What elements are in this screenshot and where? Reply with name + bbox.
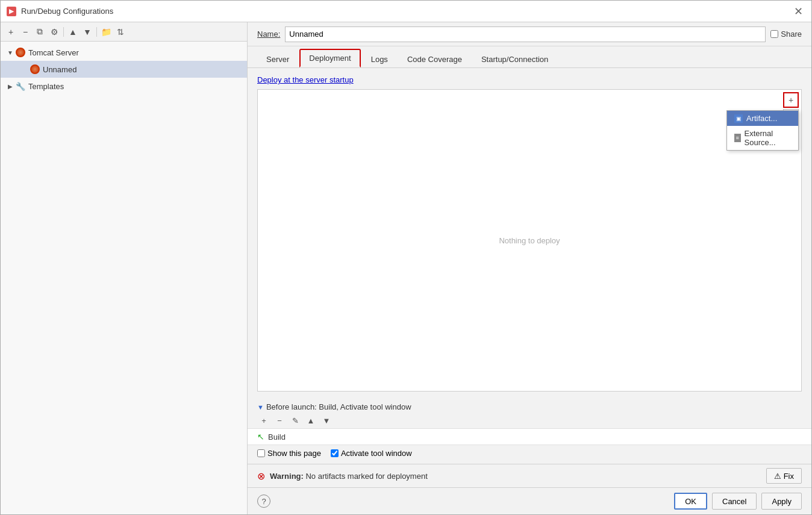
share-label: Share [781,30,802,39]
fix-button[interactable]: ⚠ Fix [766,468,802,484]
share-checkbox-area: Share [770,30,802,39]
remove-config-button[interactable]: − [19,25,32,39]
artifact-label: Artifact... [746,114,777,123]
tab-logs[interactable]: Logs [362,51,397,67]
dialog-icon: ▶ [7,7,16,16]
folder-button[interactable]: 📁 [99,25,113,39]
artifact-icon: ▣ [734,114,743,123]
left-panel: + − ⧉ ⚙ ▲ ▼ 📁 ⇅ ▼ Tomcat Serve [1,22,248,514]
add-artifact-button[interactable]: + [783,92,799,108]
deploy-controls: + ▣ Artifact... ≡ External Source... [781,90,801,144]
apply-button[interactable]: Apply [761,493,802,510]
warning-text: Warning: No artifacts marked for deploym… [270,472,761,481]
external-icon: ≡ [734,134,741,142]
tree-toggle-templates[interactable]: ▶ [5,81,15,91]
show-page-label: Show this page [267,449,321,458]
bl-remove-button[interactable]: − [273,414,286,427]
tree-toggle-tomcat[interactable]: ▼ [5,48,15,57]
content-area: Deploy at the server startup Nothing to … [248,68,811,399]
toolbar-separator-2 [96,27,97,37]
show-page-checkbox-label: Show this page [257,449,321,458]
build-arrow-icon: ↖ [257,432,264,442]
warning-icon: ⊗ [257,470,265,482]
dropdown-artifact-item[interactable]: ▣ Artifact... [727,111,798,126]
dialog-title: Run/Debug Configurations [21,7,792,16]
bl-add-button[interactable]: + [257,414,270,427]
artifact-dropdown: ▣ Artifact... ≡ External Source... [726,110,799,151]
sort-button[interactable]: ⇅ [114,25,127,39]
move-down-button[interactable]: ▼ [81,25,94,39]
tabs-row: Server Deployment Logs Code Coverage Sta… [248,46,811,68]
tomcat-server-label: Tomcat Server [28,48,79,57]
before-launch-toolbar: + − ✎ ▲ ▼ [248,413,811,428]
name-input[interactable] [285,27,766,42]
before-launch-text: Before launch: Build, Activate tool wind… [266,402,411,411]
tree-item-tomcat-server[interactable]: ▼ Tomcat Server [1,44,247,61]
bottom-checkboxes: Show this page Activate tool window [248,445,811,461]
run-debug-dialog: ▶ Run/Debug Configurations ✕ + − ⧉ ⚙ ▲ ▼… [0,0,812,515]
warning-bar: ⊗ Warning: No artifacts marked for deplo… [248,464,811,487]
main-content: + − ⧉ ⚙ ▲ ▼ 📁 ⇅ ▼ Tomcat Serve [1,22,811,514]
tab-code-coverage[interactable]: Code Coverage [398,51,471,67]
fix-label: Fix [784,472,794,481]
deploy-placeholder: Nothing to deploy [499,236,560,245]
build-label: Build [268,432,286,442]
before-launch-section: ▼ Before launch: Build, Activate tool wi… [248,399,811,464]
name-label: Name: [257,30,280,39]
external-label: External Source... [745,129,792,147]
bl-up-button[interactable]: ▲ [304,414,317,427]
name-row: Name: Share [248,22,811,46]
bl-edit-button[interactable]: ✎ [289,414,302,427]
add-config-button[interactable]: + [4,25,17,39]
activate-tool-window-label: Activate tool window [341,449,412,458]
toolbar-separator-1 [63,27,64,37]
share-checkbox[interactable] [770,30,778,38]
ok-button[interactable]: OK [674,493,707,510]
unnamed-label: Unnamed [43,65,77,74]
cancel-button[interactable]: Cancel [712,493,757,510]
warning-prefix: Warning: [270,472,305,481]
tree-item-unnamed[interactable]: ▶ Unnamed [1,61,247,78]
left-toolbar: + − ⧉ ⚙ ▲ ▼ 📁 ⇅ [1,22,247,42]
templates-label: Templates [28,82,64,91]
activate-tool-window-checkbox[interactable] [331,449,339,457]
settings-button[interactable]: ⚙ [48,25,61,39]
show-page-checkbox[interactable] [257,449,265,457]
templates-icon: 🔧 [15,81,26,92]
build-row: ↖ Build [248,428,811,445]
tab-deployment[interactable]: Deployment [299,49,360,67]
close-button[interactable]: ✕ [792,5,805,18]
bl-down-button[interactable]: ▼ [320,414,333,427]
tree-item-templates[interactable]: ▶ 🔧 Templates [1,78,247,95]
move-up-button[interactable]: ▲ [66,25,80,39]
right-panel: Name: Share Server Deployment Logs Code … [248,22,811,514]
deploy-section-label: Deploy at the server startup [257,75,802,84]
copy-config-button[interactable]: ⧉ [33,25,46,39]
deploy-box: Nothing to deploy + ▣ Artifact... [257,89,802,392]
before-launch-header: ▼ Before launch: Build, Activate tool wi… [248,401,811,413]
before-launch-arrow-icon: ▼ [257,404,264,411]
help-button[interactable]: ? [257,495,270,508]
tab-server[interactable]: Server [257,51,298,67]
tab-startup[interactable]: Startup/Connection [472,51,557,67]
fix-icon: ⚠ [774,472,781,481]
tomcat-icon [15,47,26,58]
dropdown-external-item[interactable]: ≡ External Source... [727,126,798,150]
unnamed-icon [30,64,40,75]
activate-tool-window-checkbox-label: Activate tool window [331,449,412,458]
footer-buttons: ? OK Cancel Apply [248,487,811,514]
config-tree: ▼ Tomcat Server ▶ Unnamed ▶ [1,42,247,514]
warning-body: No artifacts marked for deployment [305,472,427,481]
title-bar: ▶ Run/Debug Configurations ✕ [1,1,811,22]
